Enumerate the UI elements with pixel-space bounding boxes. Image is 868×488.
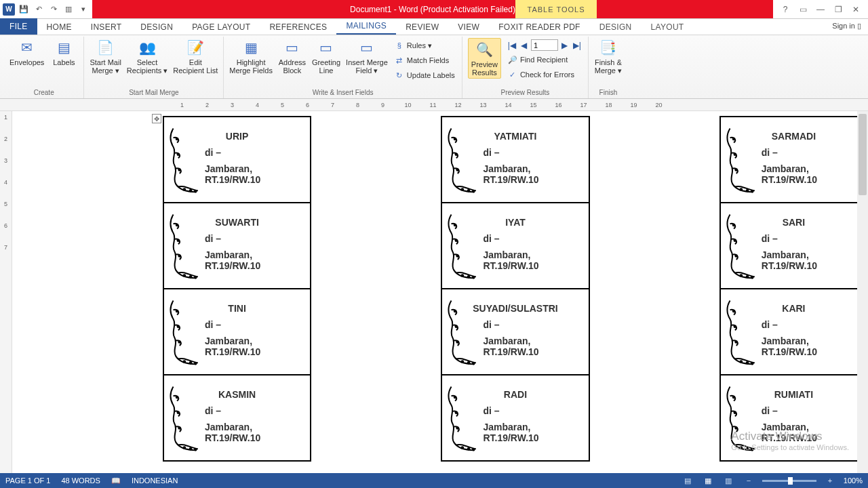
group-preview-results: 🔍Preview Results |◀ ◀ ▶ ▶| 🔎Find Recipie… [462, 37, 589, 98]
highlight-merge-fields-button[interactable]: ▦Highlight Merge Fields [229, 38, 273, 75]
next-record-icon[interactable]: ▶ [559, 40, 570, 51]
window-title: Document1 - Word (Product Activation Fai… [92, 0, 773, 18]
title-text: Document1 - Word (Product Activation Fai… [350, 5, 515, 14]
minimize-icon[interactable]: — [812, 3, 829, 16]
zoom-level[interactable]: 100% [844, 476, 863, 485]
qat-quickprint-icon[interactable]: ▥ [62, 3, 75, 16]
ribbon-tabs: FILE HOME INSERT DESIGN PAGE LAYOUT REFE… [0, 19, 868, 35]
read-mode-icon[interactable]: ▤ [681, 475, 694, 486]
help-icon[interactable]: ? [777, 3, 793, 16]
flourish-ornament-icon [445, 211, 479, 279]
activate-windows-watermark: Activate Windows Go to Settings to activ… [731, 431, 849, 453]
group-startmm-label: Start Mail Merge [90, 89, 218, 97]
sign-in-link[interactable]: Sign in ▯ [832, 22, 861, 30]
tab-mailings[interactable]: MAILINGS [336, 18, 396, 35]
tab-home[interactable]: HOME [37, 20, 81, 35]
flourish-ornament-icon [167, 125, 201, 193]
select-recipients-button[interactable]: 👥Select Recipients ▾ [127, 38, 167, 75]
table-tools-contextual: TABLE TOOLS [515, 0, 597, 18]
labels-button[interactable]: ▤Labels [50, 38, 78, 66]
qat-redo-icon[interactable]: ↷ [47, 3, 60, 16]
tab-table-design[interactable]: DESIGN [590, 20, 642, 35]
scrollbar-thumb[interactable] [859, 114, 867, 195]
status-page[interactable]: PAGE 1 OF 1 [5, 476, 50, 485]
label-cell[interactable]: URIP di – Jambaran, RT.19/RW.10 [163, 117, 311, 203]
vertical-scrollbar[interactable] [857, 111, 868, 473]
label-cell[interactable]: SARI di – Jambaran, RT.19/RW.10 [720, 203, 867, 289]
qat-undo-icon[interactable]: ↶ [33, 3, 45, 16]
tab-insert[interactable]: INSERT [81, 20, 132, 35]
group-create: ✉Envelopes ▤Labels Create [4, 37, 84, 98]
tab-file[interactable]: FILE [0, 18, 37, 35]
preview-results-button[interactable]: 🔍Preview Results [468, 38, 501, 79]
label-cell[interactable]: KARI di – Jambaran, RT.19/RW.10 [720, 289, 867, 375]
label-cell[interactable]: YATMIATI di – Jambaran, RT.19/RW.10 [441, 117, 589, 203]
tab-references[interactable]: REFERENCES [260, 20, 336, 35]
tab-foxit[interactable]: FOXIT READER PDF [489, 20, 590, 35]
rules-button[interactable]: §Rules ▾ [393, 39, 456, 52]
tab-review[interactable]: REVIEW [396, 20, 448, 35]
word-app-icon: W [3, 3, 15, 16]
address-block-button[interactable]: ▭Address Block [278, 38, 307, 75]
flourish-ornament-icon [445, 298, 479, 365]
label-table: URIP di – Jambaran, RT.19/RW.10 YATMIATI… [163, 116, 868, 462]
update-labels-button[interactable]: ↻Update Labels [393, 69, 456, 81]
group-preview-label: Preview Results [468, 89, 583, 97]
label-cell[interactable]: TINI di – Jambaran, RT.19/RW.10 [163, 289, 311, 375]
group-start-mail-merge: 📄Start Mail Merge ▾ 👥Select Recipients ▾… [84, 37, 224, 98]
group-finish-label: Finish [594, 89, 623, 97]
finish-merge-button[interactable]: 📑Finish & Merge ▾ [594, 38, 623, 75]
qat-customize-icon[interactable]: ▾ [77, 3, 90, 16]
document-area: 1234567891011121314151617181920 1234567 … [0, 99, 868, 473]
insert-merge-field-button[interactable]: ▭Insert Merge Field ▾ [346, 38, 388, 75]
status-language[interactable]: INDONESIAN [132, 476, 178, 485]
prev-record-icon[interactable]: ◀ [519, 40, 530, 51]
find-recipient-button[interactable]: 🔎Find Recipient [507, 54, 583, 66]
flourish-ornament-icon [724, 125, 757, 193]
label-cell[interactable]: SARMADI di – Jambaran, RT.19/RW.10 [720, 117, 867, 203]
label-cell[interactable]: RADI di – Jambaran, RT.19/RW.10 [441, 375, 589, 461]
group-write-insert: ▦Highlight Merge Fields ▭Address Block ▭… [224, 37, 462, 98]
status-bar: PAGE 1 OF 1 48 WORDS 📖 INDONESIAN ▤ ▦ ▥ … [0, 473, 868, 488]
tab-table-layout[interactable]: LAYOUT [642, 20, 694, 35]
close-icon[interactable]: ✕ [848, 3, 864, 16]
status-proofing-icon[interactable]: 📖 [111, 476, 121, 485]
group-create-label: Create [9, 89, 78, 97]
label-cell[interactable]: IYAT di – Jambaran, RT.19/RW.10 [441, 203, 589, 289]
flourish-ornament-icon [724, 211, 757, 279]
zoom-in-icon[interactable]: + [823, 475, 837, 486]
last-record-icon[interactable]: ▶| [572, 40, 583, 51]
edit-recipient-list-button[interactable]: 📝Edit Recipient List [173, 38, 218, 75]
group-finish: 📑Finish & Merge ▾ Finish [589, 37, 628, 98]
restore-icon[interactable]: ❐ [830, 3, 846, 16]
start-mail-merge-button[interactable]: 📄Start Mail Merge ▾ [90, 38, 121, 75]
ribbon: ✉Envelopes ▤Labels Create 📄Start Mail Me… [0, 35, 868, 99]
zoom-out-icon[interactable]: − [742, 475, 755, 486]
envelopes-button[interactable]: ✉Envelopes [9, 38, 44, 66]
flourish-ornament-icon [167, 298, 201, 365]
horizontal-ruler[interactable]: 1234567891011121314151617181920 [0, 99, 868, 111]
label-cell[interactable]: KASMIN di – Jambaran, RT.19/RW.10 [163, 375, 311, 461]
flourish-ornament-icon [445, 384, 479, 451]
web-layout-icon[interactable]: ▥ [722, 475, 735, 486]
table-move-handle-icon[interactable]: ✥ [152, 114, 161, 123]
label-cell[interactable]: SUYADI/SULASTRI di – Jambaran, RT.19/RW.… [441, 289, 589, 375]
status-words[interactable]: 48 WORDS [61, 476, 100, 485]
record-number-input[interactable] [531, 39, 558, 51]
tab-view[interactable]: VIEW [448, 20, 489, 35]
first-record-icon[interactable]: |◀ [507, 40, 517, 51]
title-bar: W 💾 ↶ ↷ ▥ ▾ Document1 - Word (Product Ac… [0, 0, 868, 19]
print-layout-icon[interactable]: ▦ [701, 475, 715, 486]
zoom-slider[interactable] [762, 480, 816, 482]
vertical-ruler[interactable]: 1234567 [0, 111, 12, 473]
greeting-line-button[interactable]: ▭Greeting Line [312, 38, 340, 75]
qat-save-icon[interactable]: 💾 [18, 3, 30, 16]
ribbon-display-icon[interactable]: ▭ [795, 3, 811, 16]
check-errors-button[interactable]: ✓Check for Errors [507, 68, 583, 81]
label-cell[interactable]: SUWARTI di – Jambaran, RT.19/RW.10 [163, 203, 311, 289]
flourish-ornament-icon [724, 298, 757, 365]
match-fields-button[interactable]: ⇄Match Fields [393, 54, 456, 66]
tab-design[interactable]: DESIGN [131, 20, 182, 35]
group-writeins-label: Write & Insert Fields [229, 89, 456, 97]
tab-page-layout[interactable]: PAGE LAYOUT [182, 20, 260, 35]
